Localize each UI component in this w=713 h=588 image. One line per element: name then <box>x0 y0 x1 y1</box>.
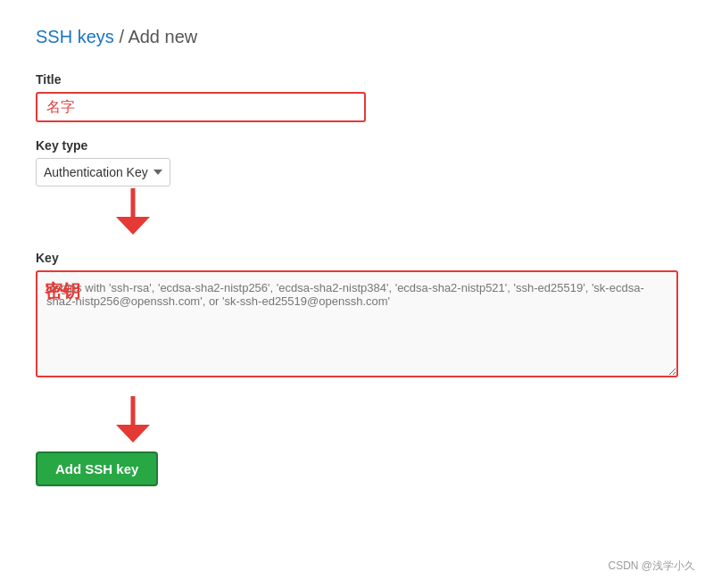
breadcrumb-link[interactable]: SSH keys <box>36 27 114 46</box>
key-type-label: Key type <box>36 138 677 153</box>
key-form-group: Key 密钥 <box>36 251 677 380</box>
submit-area: Add SSH key <box>36 443 677 486</box>
key-textarea[interactable] <box>36 270 678 377</box>
arrow-annotation-1 <box>116 188 677 235</box>
watermark: CSDN @浅学小久 <box>608 559 695 574</box>
breadcrumb-separator: / <box>119 27 128 46</box>
key-label: Key <box>36 251 677 265</box>
title-form-group: Title <box>36 72 677 122</box>
arrow-down-icon-2 <box>116 396 150 443</box>
title-label: Title <box>36 72 677 87</box>
breadcrumb: SSH keys / Add new <box>36 27 677 47</box>
title-input-wrapper <box>36 92 366 122</box>
arrow-down-icon-1 <box>116 188 150 235</box>
key-textarea-container: 密钥 <box>36 270 677 380</box>
key-type-form-group: Key type Authentication Key Signing Key <box>36 138 677 235</box>
breadcrumb-current: Add new <box>128 27 197 46</box>
key-type-select[interactable]: Authentication Key Signing Key <box>36 158 170 186</box>
svg-marker-1 <box>116 217 150 235</box>
title-input[interactable] <box>36 92 366 122</box>
add-ssh-key-button[interactable]: Add SSH key <box>36 451 158 486</box>
arrow-annotation-2 <box>116 396 677 443</box>
key-type-select-container: Authentication Key Signing Key <box>36 158 170 186</box>
svg-marker-3 <box>116 425 150 443</box>
